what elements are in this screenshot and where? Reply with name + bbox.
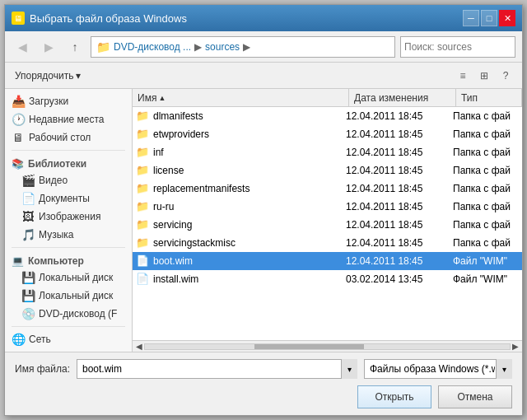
file-name-cell: 📄 boot.wim [136, 254, 346, 267]
filename-dropdown-button[interactable]: ▾ [341, 359, 357, 379]
toolbar: ◀ ▶ ↑ 📁 DVD-дисковод ... ▶ sources ▶ 🔍 [5, 31, 522, 63]
sidebar-item-docs[interactable]: 📄 Документы [5, 189, 132, 208]
breadcrumb-folder-icon: 📁 [96, 40, 110, 54]
open-button[interactable]: Открыть [357, 385, 431, 408]
sidebar-item-images[interactable]: 🖼 Изображения [5, 208, 132, 226]
file-list-header: Имя ▲ Дата изменения Тип [133, 89, 522, 107]
table-row[interactable]: 📁 servicing 12.04.2011 18:45 Папка с фай [133, 216, 522, 234]
wim-file-icon: 📄 [136, 273, 149, 285]
file-type: Папка с фай [453, 219, 519, 231]
file-type: Файл "WIM" [453, 273, 519, 285]
folder-icon: 📁 [136, 110, 149, 122]
sidebar-item-label: Загрузки [29, 96, 68, 107]
sidebar-item-label: Локальный диск [39, 272, 113, 283]
sidebar-item-recent[interactable]: 🕐 Недавние места [5, 110, 132, 128]
sidebar-item-local1[interactable]: 💾 Локальный диск [5, 268, 132, 287]
file-name: servicingstackmisc [153, 237, 236, 249]
file-type: Папка с фай [453, 165, 519, 176]
minimize-button[interactable]: ─ [463, 10, 479, 26]
window-icon: 🖥 [12, 12, 25, 25]
back-button[interactable]: ◀ [12, 36, 33, 58]
file-date: 12.04.2011 18:45 [346, 110, 453, 122]
file-list[interactable]: 📁 dlmanifests 12.04.2011 18:45 Папка с ф… [133, 107, 522, 340]
libraries-icon: 📚 [12, 158, 24, 170]
up-button[interactable]: ↑ [64, 36, 86, 58]
table-row[interactable]: 📁 license 12.04.2011 18:45 Папка с фай [133, 161, 522, 180]
table-row[interactable]: 📁 replacementmanifests 12.04.2011 18:45 … [133, 180, 522, 198]
sidebar-divider-1 [12, 150, 125, 151]
docs-icon: 📄 [21, 192, 35, 205]
table-row[interactable]: 📄 boot.wim 12.04.2011 18:45 Файл "WIM" [133, 252, 522, 270]
sort-arrow-icon: ▲ [158, 94, 166, 102]
sidebar-item-label: Видео [39, 175, 68, 186]
organize-button[interactable]: Упорядочить ▾ [12, 68, 84, 83]
table-row[interactable]: 📁 servicingstackmisc 12.04.2011 18:45 Па… [133, 234, 522, 252]
view-help-button[interactable]: ? [496, 66, 515, 86]
file-date: 12.04.2011 18:45 [346, 165, 453, 176]
file-name-cell: 📁 license [136, 164, 346, 176]
view-details-button[interactable]: ≡ [453, 66, 473, 86]
file-name-cell: 📁 dlmanifests [136, 110, 346, 122]
filetype-container: Файлы образа Windows (*.wim)Все файлы (*… [364, 359, 512, 379]
scroll-right-arrow-icon[interactable]: ▶ [511, 342, 520, 351]
table-row[interactable]: 📄 install.wim 03.02.2014 13:45 Файл "WIM… [133, 270, 522, 288]
file-name: boot.wim [153, 255, 193, 267]
file-name: replacementmanifests [153, 183, 250, 194]
disk-icon: 💾 [21, 271, 35, 284]
filename-input[interactable] [77, 359, 357, 379]
sidebar-item-dvd[interactable]: 💿 DVD-дисковод (F [5, 305, 132, 323]
horizontal-scrollbar[interactable]: ◀ ▶ [133, 340, 522, 352]
sidebar-item-label: DVD-дисковод (F [39, 308, 117, 320]
main-window: 🖥 Выбрать файл образа Windows ─ □ ✕ ◀ ▶ … [4, 4, 523, 416]
view-tiles-button[interactable]: ⊞ [474, 66, 494, 86]
cancel-button[interactable]: Отмена [438, 385, 512, 408]
file-type: Папка с фай [453, 237, 519, 249]
breadcrumb-dvd[interactable]: DVD-дисковод ... [114, 41, 191, 53]
search-input[interactable] [404, 41, 527, 53]
file-name: servicing [153, 219, 192, 231]
sidebar-libraries-header: 📚 Библиотеки [5, 154, 132, 171]
file-type: Папка с фай [453, 128, 519, 140]
folder-icon: 📁 [136, 164, 149, 176]
file-date: 12.04.2011 18:45 [346, 128, 453, 140]
view-icons: ≡ ⊞ ? [453, 66, 515, 86]
filetype-select[interactable]: Файлы образа Windows (*.wim)Все файлы (*… [364, 359, 512, 379]
table-row[interactable]: 📁 ru-ru 12.04.2011 18:45 Папка с фай [133, 198, 522, 216]
sidebar-divider-3 [12, 326, 125, 327]
scroll-left-arrow-icon[interactable]: ◀ [134, 342, 144, 351]
file-panel: Имя ▲ Дата изменения Тип 📁 dl [133, 89, 522, 352]
table-row[interactable]: 📁 etwproviders 12.04.2011 18:45 Папка с … [133, 125, 522, 143]
organize-bar: Упорядочить ▾ ≡ ⊞ ? [5, 63, 522, 89]
sidebar-item-downloads[interactable]: 📥 Загрузки [5, 92, 132, 110]
video-icon: 🎬 [21, 174, 35, 187]
file-name: install.wim [153, 273, 198, 285]
file-type: Папка с фай [453, 147, 519, 158]
folder-icon: 📁 [136, 182, 149, 194]
sidebar-item-network[interactable]: 🌐 Сеть [5, 330, 132, 348]
sidebar-item-local2[interactable]: 💾 Локальный диск [5, 287, 132, 305]
sidebar-item-music[interactable]: 🎵 Музыка [5, 226, 132, 244]
table-row[interactable]: 📁 inf 12.04.2011 18:45 Папка с фай [133, 143, 522, 161]
col-header-date[interactable]: Дата изменения [349, 89, 456, 106]
window-title: Выбрать файл образа Windows [30, 12, 187, 25]
breadcrumb[interactable]: 📁 DVD-дисковод ... ▶ sources ▶ [91, 36, 395, 58]
col-header-name[interactable]: Имя ▲ [133, 89, 349, 106]
h-scroll-track[interactable] [144, 343, 511, 350]
sidebar-item-label: Сеть [29, 334, 51, 345]
search-box[interactable]: 🔍 [400, 36, 515, 58]
sidebar-item-desktop[interactable]: 🖥 Рабочий стол [5, 128, 132, 147]
h-scroll-thumb[interactable] [254, 344, 364, 349]
downloads-icon: 📥 [12, 95, 25, 108]
sidebar-item-label: Документы [39, 193, 90, 204]
breadcrumb-sep2: ▶ [243, 41, 250, 53]
title-bar: 🖥 Выбрать файл образа Windows ─ □ ✕ [5, 5, 522, 31]
images-icon: 🖼 [21, 210, 35, 223]
forward-button[interactable]: ▶ [38, 36, 59, 58]
col-header-type[interactable]: Тип [456, 89, 522, 106]
maximize-button[interactable]: □ [481, 10, 497, 26]
sidebar-divider-2 [12, 247, 125, 248]
breadcrumb-sources[interactable]: sources [205, 41, 240, 53]
close-button[interactable]: ✕ [499, 10, 515, 26]
sidebar-item-video[interactable]: 🎬 Видео [5, 171, 132, 189]
table-row[interactable]: 📁 dlmanifests 12.04.2011 18:45 Папка с ф… [133, 107, 522, 125]
